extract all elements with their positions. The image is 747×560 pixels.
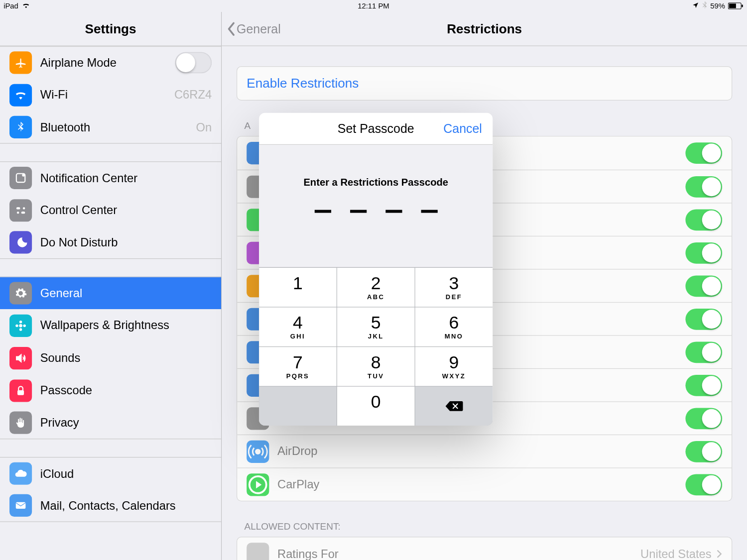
airdrop-toggle[interactable] bbox=[685, 441, 722, 462]
mail-icon bbox=[9, 494, 32, 517]
keypad-6[interactable]: 6 MNO bbox=[415, 308, 493, 346]
svg-point-12 bbox=[15, 324, 18, 327]
cloud-icon bbox=[9, 462, 32, 485]
keypad-7[interactable]: 7 PQRS bbox=[259, 347, 337, 386]
row-carplay[interactable]: CarPlay bbox=[237, 467, 732, 501]
wifi-value: C6RZ4 bbox=[174, 88, 212, 102]
sidebar-item-notif[interactable]: Notification Center bbox=[0, 161, 221, 194]
sidebar-item-label: Mail, Contacts, Calendars bbox=[40, 499, 212, 512]
sidebar-item-sounds[interactable]: Sounds bbox=[0, 341, 221, 374]
row-ratings[interactable]: Ratings ForUnited States bbox=[237, 538, 732, 560]
r4-toggle[interactable] bbox=[685, 242, 722, 263]
bluetooth-icon bbox=[9, 116, 32, 138]
sidebar-item-label: Privacy bbox=[40, 416, 212, 429]
svg-rect-2 bbox=[742, 4, 743, 7]
row-label: AirDrop bbox=[277, 445, 677, 458]
lock-icon bbox=[9, 379, 32, 402]
sidebar-item-label: Control Center bbox=[40, 204, 212, 217]
svg-point-7 bbox=[17, 211, 19, 213]
keypad-9[interactable]: 9 WXYZ bbox=[415, 347, 493, 386]
r6-toggle[interactable] bbox=[685, 308, 722, 330]
set-passcode-modal: Set Passcode Cancel Enter a Restrictions… bbox=[259, 113, 493, 426]
settings-group: Ratings ForUnited States bbox=[237, 537, 732, 560]
passcode-dashes bbox=[259, 210, 493, 213]
airplane-toggle[interactable] bbox=[175, 52, 212, 74]
sidebar-item-icloud[interactable]: iCloud bbox=[0, 457, 221, 489]
sidebar-item-label: General bbox=[40, 286, 212, 300]
sidebar-item-privacy[interactable]: Privacy bbox=[0, 407, 221, 439]
sidebar-item-passcode[interactable]: Passcode bbox=[0, 374, 221, 407]
modal-prompt: Enter a Restrictions Passcode bbox=[259, 177, 493, 189]
sidebar-item-label: Airplane Mode bbox=[40, 56, 167, 69]
wifi-icon bbox=[22, 2, 30, 10]
keypad-3[interactable]: 3 DEF bbox=[415, 268, 493, 307]
ratings-icon bbox=[247, 543, 269, 560]
battery-icon bbox=[728, 2, 744, 9]
carplay-toggle[interactable] bbox=[685, 474, 722, 495]
r5-toggle[interactable] bbox=[685, 275, 722, 297]
keypad-2[interactable]: 2 ABC bbox=[337, 268, 415, 307]
keypad-1[interactable]: 1 X bbox=[259, 268, 337, 307]
svg-rect-14 bbox=[17, 390, 24, 395]
row-airdrop[interactable]: AirDrop bbox=[237, 435, 732, 468]
sidebar-item-general[interactable]: General bbox=[0, 277, 221, 309]
sidebar-item-label: Wi-Fi bbox=[40, 88, 166, 102]
keypad-4[interactable]: 4 GHI bbox=[259, 308, 337, 346]
keypad: 1 X 2 ABC 3 DEF 4 GHI 5 JKL 6 MNO 7 PQRS… bbox=[259, 267, 493, 426]
keypad-8[interactable]: 8 TUV bbox=[337, 347, 415, 386]
sidebar-item-wifi[interactable]: Wi-Fi C6RZ4 bbox=[0, 79, 221, 111]
notif-icon bbox=[9, 167, 32, 189]
r7-toggle[interactable] bbox=[685, 341, 722, 363]
svg-point-6 bbox=[23, 207, 25, 209]
sidebar-item-label: Passcode bbox=[40, 384, 212, 397]
sidebar-item-label: iCloud bbox=[40, 467, 212, 480]
sidebar-item-label: Notification Center bbox=[40, 171, 212, 185]
sidebar-item-mail[interactable]: Mail, Contacts, Calendars bbox=[0, 489, 221, 522]
svg-point-4 bbox=[22, 174, 24, 176]
settings-sidebar: Settings Airplane Mode Wi-Fi C6RZ4 Bluet… bbox=[0, 12, 222, 560]
device-label: iPad bbox=[3, 2, 18, 10]
sidebar-item-dnd[interactable]: Do Not Disturb bbox=[0, 226, 221, 259]
speaker-icon bbox=[9, 347, 32, 369]
chevron-left-icon bbox=[227, 21, 236, 36]
sidebar-item-bluetooth[interactable]: Bluetooth On bbox=[0, 111, 221, 143]
r3-toggle[interactable] bbox=[685, 209, 722, 230]
sidebar-item-wall[interactable]: Wallpapers & Brightness bbox=[0, 309, 221, 341]
sidebar-item-label: Sounds bbox=[40, 351, 212, 364]
svg-rect-15 bbox=[16, 502, 26, 509]
keypad-delete[interactable] bbox=[415, 387, 493, 426]
svg-point-13 bbox=[23, 324, 25, 327]
location-icon bbox=[692, 1, 699, 10]
enable-restrictions-row[interactable]: Enable Restrictions bbox=[237, 67, 732, 100]
bluetooth-status-icon bbox=[702, 1, 708, 11]
sidebar-item-cc[interactable]: Control Center bbox=[0, 194, 221, 226]
keypad-0[interactable]: 0 X bbox=[337, 387, 415, 426]
sidebar-item-label: Do Not Disturb bbox=[40, 235, 212, 249]
back-button[interactable]: General bbox=[227, 21, 281, 36]
row-label: Ratings For bbox=[277, 547, 632, 560]
svg-point-11 bbox=[19, 328, 22, 331]
wifi-icon bbox=[9, 84, 32, 106]
keypad-5[interactable]: 5 JKL bbox=[337, 308, 415, 346]
r2-toggle[interactable] bbox=[685, 176, 722, 197]
svg-rect-1 bbox=[729, 3, 736, 8]
r9-toggle[interactable] bbox=[685, 408, 722, 429]
sidebar-item-airplane[interactable]: Airplane Mode bbox=[0, 46, 221, 79]
carplay-icon bbox=[247, 473, 269, 496]
page-title: Restrictions bbox=[447, 21, 522, 36]
moon-icon bbox=[9, 231, 32, 253]
svg-point-16 bbox=[255, 448, 260, 454]
group-header: ALLOWED CONTENT: bbox=[222, 517, 747, 537]
svg-rect-5 bbox=[16, 207, 20, 209]
ratings-value: United States bbox=[640, 547, 722, 560]
cancel-button[interactable]: Cancel bbox=[443, 121, 482, 136]
keypad-blank bbox=[259, 387, 337, 426]
gear-icon bbox=[9, 282, 32, 304]
r1-toggle[interactable] bbox=[685, 142, 722, 164]
sidebar-title: Settings bbox=[0, 12, 221, 46]
battery-pct: 59% bbox=[710, 2, 725, 10]
svg-point-9 bbox=[19, 324, 22, 328]
r8-toggle[interactable] bbox=[685, 374, 722, 396]
bluetooth-value: On bbox=[196, 120, 212, 134]
backspace-icon bbox=[444, 400, 464, 413]
